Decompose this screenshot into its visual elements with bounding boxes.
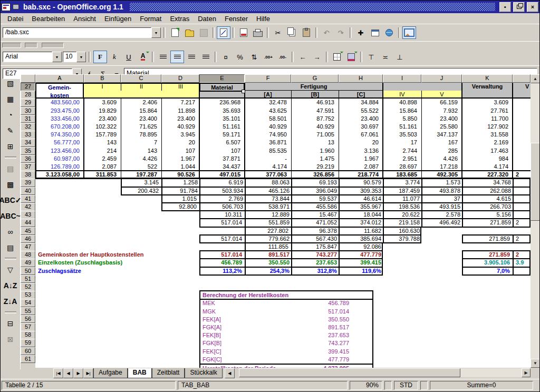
cell-F41[interactable]: 73.844 — [245, 195, 292, 202]
cell-F35[interactable]: 85.535 — [246, 147, 290, 155]
cell-C35[interactable]: 143 — [122, 147, 160, 155]
cell-D42[interactable]: 92.800 — [162, 203, 199, 210]
number-percent-icon[interactable]: % — [233, 51, 247, 63]
cell-G43[interactable]: 15.467 — [291, 211, 340, 218]
cell-D41[interactable]: 1.015 — [162, 195, 199, 202]
cell-E31[interactable]: 35.101 — [200, 115, 244, 123]
cell-F30[interactable]: 43.625 — [246, 107, 290, 115]
cell-G49[interactable]: 237.653 — [291, 259, 340, 266]
cell-K29[interactable]: 3.609 — [463, 99, 512, 106]
cell-C39[interactable]: 3.145 — [122, 179, 161, 186]
cell-K35[interactable]: 17.463 — [463, 147, 512, 155]
insert-cells-icon[interactable]: ▦ — [3, 92, 18, 106]
cell-L39[interactable] — [513, 179, 531, 186]
cell-G29[interactable]: 46.913 — [292, 99, 338, 106]
spellcheck-icon[interactable]: ABC✓ — [0, 193, 22, 207]
hscroll-right-icon[interactable]: ▶ — [522, 368, 531, 377]
cell-I31[interactable]: 5.850 — [384, 115, 420, 123]
row-header-53[interactable]: 53 — [21, 291, 35, 299]
column-header-partial[interactable] — [513, 74, 531, 83]
new-document-icon[interactable] — [168, 26, 182, 39]
cell-D39[interactable]: 1.258 — [161, 179, 200, 186]
edit-file-icon[interactable] — [217, 26, 230, 39]
cell-I29[interactable]: 40.898 — [384, 99, 420, 106]
insert-icon[interactable]: ▧ — [3, 76, 18, 90]
selected-cell-material[interactable]: Material — [199, 83, 245, 92]
row-header-56[interactable]: 56 — [21, 315, 35, 324]
spreadsheet-grid[interactable]: Gemein-kostenIIIIIIMaterialFertigung[A][… — [35, 83, 531, 368]
row-header-51[interactable]: 51 — [21, 275, 35, 283]
group-icon[interactable]: ⊟ — [3, 317, 18, 330]
cell-H34[interactable]: 20 — [340, 139, 382, 146]
cell-E42[interactable]: 506.703 — [199, 203, 246, 210]
cell-I44[interactable]: 219.158 — [383, 219, 422, 226]
number-standard-icon[interactable]: ⇅ — [247, 51, 261, 63]
cell-H29[interactable]: 34.884 — [340, 99, 382, 106]
cell-D34[interactable]: 20 — [162, 139, 198, 146]
tab-next-button[interactable]: ▶ — [73, 368, 83, 378]
cell-B33[interactable]: 157.789 — [85, 131, 120, 139]
cell-L41[interactable] — [513, 195, 531, 202]
column-header-H[interactable]: H — [339, 74, 383, 83]
menu-item-datei[interactable]: Datei — [3, 14, 27, 23]
decrease-indent-icon[interactable]: ← — [296, 51, 310, 63]
cell-F36[interactable]: - — [246, 155, 290, 163]
cell-B36[interactable]: 2.459 — [85, 155, 120, 163]
cell-I34[interactable]: 17 — [384, 139, 420, 146]
cell-D36[interactable]: 1.967 — [162, 155, 198, 163]
cell-D37[interactable]: 1.044 — [162, 163, 198, 171]
align-justify-icon[interactable] — [199, 51, 213, 63]
cell-L50[interactable] — [513, 268, 531, 275]
cell-E43[interactable]: 10.311 — [200, 211, 245, 218]
cell-B35[interactable]: 214 — [85, 147, 120, 155]
row-header-48[interactable]: 48 — [21, 251, 35, 259]
cell-H31[interactable]: 23.400 — [340, 115, 382, 123]
cell-J32[interactable]: 25.580 — [422, 123, 461, 131]
cell-I33[interactable]: 35.503 — [384, 131, 420, 139]
cell-H42[interactable]: 355.967 — [339, 203, 384, 210]
cell-D30[interactable]: 11.898 — [162, 107, 198, 115]
row-header-30[interactable]: 30 — [21, 107, 35, 115]
themes-icon[interactable]: ▩ — [3, 178, 18, 191]
cell-K44[interactable]: 271.859 — [462, 219, 514, 226]
save-icon[interactable] — [197, 26, 210, 39]
number-currency-icon[interactable]: ¤ — [219, 51, 233, 63]
navigator-icon[interactable]: ✚ — [354, 26, 368, 39]
cell-C38[interactable]: 197.287 — [122, 171, 160, 179]
cell-G41[interactable]: 59.537 — [291, 195, 340, 202]
row-header-36[interactable]: 36 — [21, 155, 35, 163]
tab-prev-button[interactable]: ◀ — [63, 368, 73, 378]
cell-E39[interactable]: 6.919 — [199, 179, 246, 186]
cell-L46[interactable]: 2 — [513, 236, 531, 242]
paste-icon[interactable] — [300, 26, 313, 39]
column-header-A[interactable]: A — [35, 74, 84, 83]
row-header-32[interactable]: 32 — [21, 123, 35, 131]
cell-J43[interactable]: 2.578 — [421, 211, 463, 218]
cell-F38[interactable]: 377.063 — [246, 171, 290, 179]
cell-F32[interactable]: 40.929 — [246, 123, 290, 131]
cell-K48[interactable]: 271.859 — [463, 251, 513, 258]
column-header-J[interactable]: J — [421, 74, 462, 83]
cell-J35[interactable]: 285 — [422, 147, 461, 155]
cell-L38[interactable]: 2 — [514, 171, 529, 179]
menu-item-hilfe[interactable]: Hilfe — [252, 14, 274, 23]
cell-E30[interactable]: 35.693 — [200, 107, 244, 115]
row-header-39[interactable]: 39 — [21, 179, 35, 187]
cell-C31[interactable]: 23.400 — [122, 115, 160, 123]
undo-icon[interactable]: ↶ — [320, 26, 333, 39]
cell-K40[interactable]: 262.088 — [462, 188, 514, 194]
row-header-61[interactable]: 61 — [21, 355, 35, 364]
cell-G50[interactable]: 312,8% — [291, 268, 340, 275]
copy-icon[interactable] — [285, 26, 299, 39]
cell-I41[interactable]: 11.077 — [383, 195, 422, 202]
cell-D35[interactable]: 107 — [162, 147, 198, 155]
vscroll-down-icon[interactable]: ▼ — [531, 359, 540, 368]
row-header-58[interactable]: 58 — [21, 331, 35, 339]
cell-C29[interactable]: 2.406 — [122, 99, 160, 106]
cell-F43[interactable]: 12.889 — [245, 211, 292, 218]
cell-F47[interactable]: 111.855 — [246, 243, 291, 250]
cell-I45[interactable]: 160.630 — [383, 228, 422, 234]
align-center-icon[interactable] — [170, 51, 184, 63]
font-size-combobox[interactable]: 10 ▼ — [63, 52, 86, 62]
band-roman-II[interactable]: II — [121, 83, 161, 91]
